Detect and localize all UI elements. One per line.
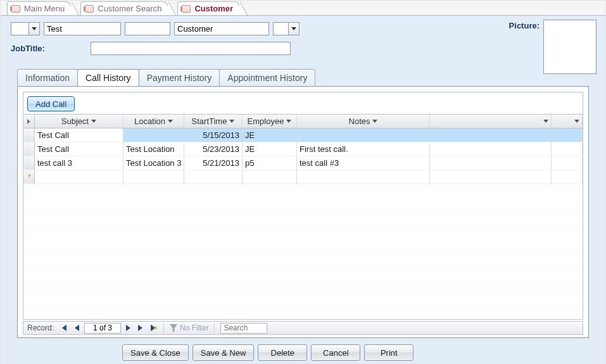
chevron-down-icon bbox=[372, 120, 377, 123]
funnel-icon bbox=[170, 324, 177, 332]
tab-label: Main Menu bbox=[24, 4, 65, 13]
picture-frame[interactable] bbox=[543, 20, 597, 74]
title-input[interactable] bbox=[11, 23, 28, 35]
title-combo[interactable] bbox=[11, 22, 40, 35]
tab-customer-search[interactable]: Customer Search bbox=[80, 1, 168, 15]
form-icon bbox=[11, 5, 20, 13]
table-row[interactable]: test call 3 Test Location 3 5/21/2013 p5… bbox=[23, 156, 583, 170]
table-row[interactable]: Test Call 5/15/2013 JE bbox=[23, 129, 583, 142]
cell-employee[interactable]: JE bbox=[243, 129, 297, 142]
row-selector[interactable]: * bbox=[23, 170, 35, 184]
nav-new-button[interactable] bbox=[148, 322, 160, 334]
cell-empty[interactable] bbox=[430, 142, 552, 156]
table-row[interactable]: Test Call Test Location 5/23/2013 JE Fir… bbox=[23, 142, 583, 156]
col-empty[interactable] bbox=[552, 115, 583, 128]
jobtitle-label: JobTitle: bbox=[11, 44, 45, 53]
cell-notes[interactable]: test call #3 bbox=[297, 156, 430, 170]
cell-starttime[interactable]: 5/21/2013 bbox=[184, 156, 243, 170]
cell-empty[interactable] bbox=[430, 170, 552, 184]
form-icon bbox=[85, 5, 94, 13]
cell-empty[interactable] bbox=[430, 156, 552, 170]
middle-name-field[interactable] bbox=[125, 22, 170, 35]
filter-indicator[interactable]: No Filter bbox=[167, 323, 211, 332]
cell-location[interactable] bbox=[123, 129, 184, 142]
middle-name-input[interactable] bbox=[125, 23, 170, 35]
chevron-down-icon bbox=[574, 120, 579, 123]
tab-customer[interactable]: Customer bbox=[177, 1, 240, 15]
col-empty[interactable] bbox=[430, 115, 552, 128]
form-icon bbox=[182, 5, 191, 13]
cell-starttime[interactable]: 5/23/2013 bbox=[184, 142, 243, 156]
form-actions: Save & Close Save & New Delete Cancel Pr… bbox=[11, 338, 595, 361]
nav-last-button[interactable] bbox=[136, 322, 147, 334]
last-name-input[interactable] bbox=[175, 23, 268, 35]
tab-payment-history[interactable]: Payment History bbox=[139, 69, 220, 86]
col-subject[interactable]: Subject bbox=[35, 115, 123, 128]
cell-subject[interactable]: Test Call bbox=[35, 142, 123, 156]
save-new-button[interactable]: Save & New bbox=[193, 344, 255, 361]
call-subform: Add Call Subject Location StartTime Empl… bbox=[23, 92, 583, 320]
col-employee[interactable]: Employee bbox=[243, 115, 297, 128]
col-location[interactable]: Location bbox=[123, 115, 184, 128]
customer-header: JobTitle: Picture: Information Call Hist… bbox=[1, 16, 605, 364]
row-selector[interactable] bbox=[23, 129, 35, 142]
search-input[interactable] bbox=[220, 323, 267, 334]
add-call-button[interactable]: Add Call bbox=[27, 96, 75, 111]
cell-employee[interactable]: JE bbox=[243, 142, 297, 156]
first-name-input[interactable] bbox=[44, 23, 120, 35]
print-button[interactable]: Print bbox=[364, 344, 413, 361]
select-all-cell[interactable] bbox=[23, 115, 35, 128]
asterisk-icon: * bbox=[28, 173, 31, 181]
record-navigator: Record: No Filter bbox=[23, 321, 583, 335]
cell-empty[interactable] bbox=[552, 170, 583, 184]
col-starttime[interactable]: StartTime bbox=[184, 115, 243, 128]
record-position[interactable] bbox=[84, 323, 121, 334]
cell-location[interactable]: Test Location bbox=[123, 142, 184, 156]
cell-notes[interactable] bbox=[297, 129, 430, 142]
cell-subject[interactable]: test call 3 bbox=[35, 156, 123, 170]
new-row[interactable]: * bbox=[23, 170, 583, 184]
window-tab-strip: Main Menu Customer Search Customer bbox=[1, 1, 605, 16]
jobtitle-field[interactable] bbox=[91, 42, 291, 55]
nav-prev-button[interactable] bbox=[71, 322, 82, 334]
chevron-down-icon[interactable] bbox=[288, 23, 299, 35]
cell-starttime[interactable]: 5/15/2013 bbox=[184, 129, 243, 142]
cell-empty[interactable] bbox=[552, 142, 583, 156]
grid-body[interactable]: Test Call 5/15/2013 JE Test Call Test Lo… bbox=[23, 129, 583, 319]
cell-empty[interactable] bbox=[552, 129, 583, 142]
col-notes[interactable]: Notes bbox=[297, 115, 430, 128]
cell-empty[interactable] bbox=[430, 129, 552, 142]
cancel-button[interactable]: Cancel bbox=[311, 344, 360, 361]
cell-notes[interactable]: First test call. bbox=[297, 142, 430, 156]
picture-section: Picture: bbox=[509, 20, 597, 74]
cell-subject[interactable]: Test Call bbox=[35, 129, 123, 142]
jobtitle-input[interactable] bbox=[91, 42, 290, 54]
chevron-down-icon bbox=[229, 120, 234, 123]
nav-next-button[interactable] bbox=[123, 322, 134, 334]
row-selector[interactable] bbox=[23, 156, 35, 170]
cell-employee[interactable]: p5 bbox=[243, 156, 297, 170]
cell-empty[interactable] bbox=[35, 170, 123, 184]
cell-empty[interactable] bbox=[184, 170, 243, 184]
cell-location[interactable]: Test Location 3 bbox=[123, 156, 184, 170]
row-selector[interactable] bbox=[23, 142, 35, 156]
save-close-button[interactable]: Save & Close bbox=[122, 344, 189, 361]
tab-appointment-history[interactable]: Appointment History bbox=[219, 69, 315, 86]
cell-empty[interactable] bbox=[123, 170, 184, 184]
cell-empty[interactable] bbox=[297, 170, 430, 184]
tab-label: Customer Search bbox=[98, 4, 161, 13]
first-name-field[interactable] bbox=[44, 22, 121, 35]
suffix-input[interactable] bbox=[274, 23, 288, 35]
last-name-field[interactable] bbox=[174, 22, 269, 35]
cell-empty[interactable] bbox=[552, 156, 583, 170]
chevron-down-icon[interactable] bbox=[28, 23, 39, 35]
cell-empty[interactable] bbox=[243, 170, 297, 184]
suffix-combo[interactable] bbox=[273, 22, 300, 35]
chevron-down-icon bbox=[91, 120, 96, 123]
tab-label: Customer bbox=[194, 4, 233, 13]
delete-button[interactable]: Delete bbox=[258, 344, 307, 361]
tab-information[interactable]: Information bbox=[17, 69, 78, 86]
nav-first-button[interactable] bbox=[58, 322, 70, 334]
tab-main-menu[interactable]: Main Menu bbox=[7, 1, 72, 15]
tab-call-history[interactable]: Call History bbox=[77, 69, 139, 86]
